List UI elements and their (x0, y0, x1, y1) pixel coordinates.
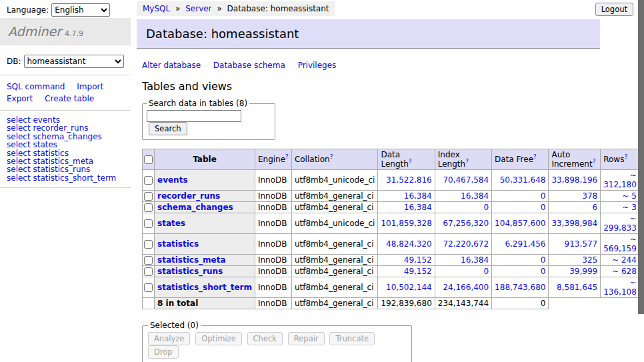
table-row: statesInnoDButf8mb4_unicode_ci101,859,32… (143, 213, 644, 234)
data-free-cell: 0 (492, 255, 549, 266)
collation-cell: utf8mb4_unicode_ci (291, 170, 378, 191)
link-database-schema[interactable]: Database schema (213, 61, 285, 70)
analyze-button[interactable]: Analyze (148, 332, 190, 345)
row-checkbox-cell (143, 170, 155, 191)
breadcrumb-separator: » (217, 4, 221, 13)
breadcrumb-link-server[interactable]: Server (185, 4, 211, 13)
engine-cell: InnoDB (255, 170, 291, 191)
data-length-cell: 101,859,328 (378, 213, 435, 234)
engine-cell: InnoDB (255, 202, 291, 213)
collation-cell: utf8mb4_general_ci (291, 255, 378, 266)
table-link-statistics_meta[interactable]: statistics_meta (157, 255, 226, 265)
total-label-cell: 8 in total (155, 298, 255, 309)
table-link-recorder_runs[interactable]: recorder_runs (157, 191, 220, 201)
row-checkbox-cell (143, 191, 155, 202)
select-all-checkbox[interactable] (144, 155, 153, 164)
search-button[interactable]: Search (149, 122, 187, 135)
table-link-statistics_runs[interactable]: statistics_runs (157, 267, 223, 276)
help-link-index-length[interactable]: ? (465, 158, 469, 165)
row-checkbox-recorder_runs[interactable] (144, 192, 153, 201)
help-link-data-free[interactable]: ? (533, 153, 537, 160)
rows-cell: ~ 312,180 (601, 170, 640, 191)
sidebar-item-select-statistics-short-term[interactable]: select statistics_short_term (7, 174, 131, 182)
row-checkbox-schema_changes[interactable] (144, 203, 153, 212)
db-label: DB: (7, 57, 21, 66)
column-header-auto-increment: Auto Increment? (549, 149, 601, 170)
repair-button[interactable]: Repair (288, 332, 325, 345)
engine-cell: InnoDB (255, 234, 291, 255)
scrollbar-thumb[interactable] (638, 0, 644, 314)
language-label: Language: (7, 5, 49, 15)
divider (0, 75, 131, 75)
data-free-cell: 0 (492, 202, 549, 213)
truncate-button[interactable]: Truncate (329, 332, 375, 345)
collation-cell: utf8mb4_general_ci (291, 277, 378, 298)
table-link-statistics[interactable]: statistics (157, 239, 199, 249)
data-free-cell: 50,331,648 (492, 170, 549, 191)
data-free-cell: 0 (492, 266, 549, 277)
data-free-cell: 104,857,600 (492, 213, 549, 234)
sidebar-item-select-statistics-runs[interactable]: select statistics_runs (7, 165, 131, 173)
row-checkbox-statistics_meta[interactable] (144, 256, 153, 265)
row-checkbox-states[interactable] (144, 219, 153, 228)
language-select[interactable]: English (51, 3, 110, 17)
auto-increment-cell: 33,898,196 (549, 170, 601, 191)
collation-cell: utf8mb4_general_ci (291, 234, 378, 255)
search-legend: Search data in tables (8) (147, 99, 249, 108)
engine-cell: InnoDB (255, 213, 291, 234)
help-link-collation[interactable]: ? (330, 153, 333, 160)
drop-button[interactable]: Drop (148, 345, 179, 359)
row-checkbox-events[interactable] (144, 176, 153, 185)
index-length-cell: 16,384 (435, 255, 491, 266)
rows-cell: ~ 136,108 (601, 277, 640, 298)
db-select[interactable]: homeassistant (24, 55, 124, 68)
index-length-cell: 24,166,400 (435, 277, 491, 298)
row-checkbox-statistics_short_term[interactable] (144, 283, 153, 292)
help-link-engine[interactable]: ? (285, 153, 289, 160)
table-link-states[interactable]: states (157, 219, 185, 228)
check-button[interactable]: Check (247, 332, 283, 345)
rows-cell: ~ 3 (601, 202, 640, 213)
total-data-free-cell: 0 (492, 298, 549, 309)
breadcrumb-link-mysql[interactable]: MySQL (143, 4, 170, 13)
rows-cell: ~ 5 (601, 191, 640, 202)
auto-increment-cell: 39,999 (549, 266, 601, 277)
optimize-button[interactable]: Optimize (195, 332, 242, 345)
sidebar-item-select-recorder-runs[interactable]: select recorder_runs (7, 124, 131, 132)
main-content: MySQL » Server » Database: homeassistant… (137, 0, 603, 362)
search-input[interactable] (147, 110, 241, 122)
collation-cell: utf8mb4_general_ci (291, 202, 378, 213)
column-label: Data Length (381, 150, 408, 169)
link-alter-database[interactable]: Alter database (142, 61, 201, 70)
total-data-length-cell: 192,839,680 (378, 298, 435, 309)
empty-cell (549, 298, 601, 309)
sidebar-link-export[interactable]: Export (7, 94, 33, 103)
table-link-schema_changes[interactable]: schema_changes (157, 203, 233, 212)
empty-cell (601, 298, 640, 309)
sidebar-link-sql-command[interactable]: SQL command (7, 82, 65, 91)
app-logo: Adminer4.7.9 (0, 18, 131, 45)
help-link-rows[interactable]: ? (624, 153, 627, 160)
row-checkbox-statistics[interactable] (144, 240, 153, 249)
row-checkbox-statistics_runs[interactable] (144, 267, 153, 276)
row-checkbox-cell (143, 255, 155, 266)
total-index-length-cell: 234,143,744 (435, 298, 491, 309)
collation-cell: utf8mb4_general_ci (291, 266, 378, 277)
select-all-cell (143, 149, 155, 170)
row-checkbox-cell (143, 234, 155, 255)
sidebar-link-create-table[interactable]: Create table (45, 94, 94, 103)
engine-cell: InnoDB (255, 266, 291, 277)
data-free-cell: 0 (492, 191, 549, 202)
collation-cell: utf8mb4_unicode_ci (291, 213, 378, 234)
table-link-events[interactable]: events (157, 175, 188, 185)
table-row: statistics_runsInnoDButf8mb4_general_ci4… (143, 266, 644, 277)
row-checkbox-cell (143, 277, 155, 298)
help-link-data-length[interactable]: ? (409, 158, 412, 165)
link-privileges[interactable]: Privileges (298, 61, 337, 70)
column-header-collation: Collation? (291, 149, 378, 170)
scrollbar-track[interactable] (638, 0, 644, 362)
sidebar-link-import[interactable]: Import (77, 82, 103, 91)
help-link-auto-increment[interactable]: ? (593, 158, 596, 165)
sidebar-item-select-states[interactable]: select states (7, 141, 131, 149)
table-link-statistics_short_term[interactable]: statistics_short_term (157, 283, 252, 292)
